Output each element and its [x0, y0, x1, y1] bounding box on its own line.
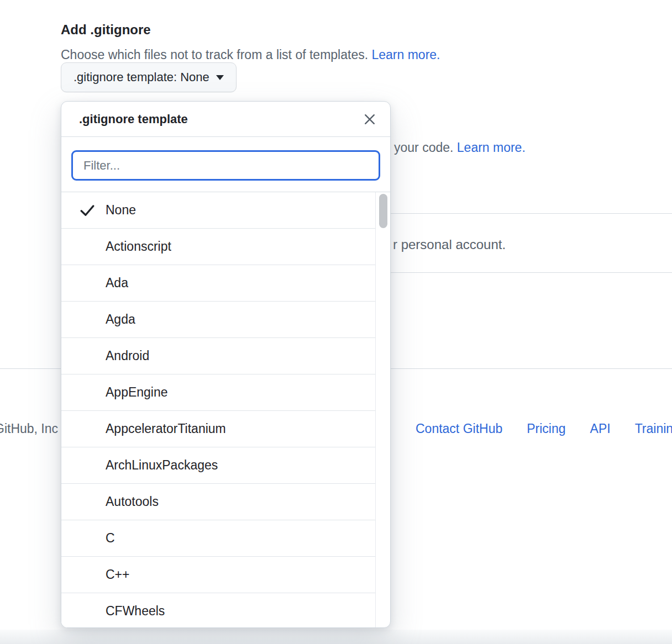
footer-link-api[interactable]: API: [590, 421, 611, 437]
template-option-appceleratortitanium[interactable]: AppceleratorTitanium: [61, 411, 375, 447]
footer-copyright: GitHub, Inc: [0, 421, 58, 437]
template-option-label: Ada: [106, 276, 128, 291]
account-text-fragment: r personal account.: [393, 236, 506, 253]
license-fragment-text: your code.: [394, 140, 457, 155]
template-option-c[interactable]: C: [61, 520, 375, 557]
check-icon: [80, 204, 95, 217]
template-option-label: Actionscript: [106, 239, 171, 254]
template-option-agda[interactable]: Agda: [61, 302, 375, 338]
learn-more-link[interactable]: Learn more.: [371, 47, 440, 62]
x-icon: [363, 112, 377, 126]
template-option-label: ArchLinuxPackages: [106, 458, 218, 473]
template-option-label: CFWheels: [106, 604, 165, 619]
template-option-label: AppceleratorTitanium: [106, 421, 226, 436]
template-option-label: None: [106, 203, 136, 218]
footer-link-pricing[interactable]: Pricing: [527, 421, 565, 437]
template-option-android[interactable]: Android: [61, 338, 375, 374]
gitignore-template-button-label: .gitignore template: None: [74, 70, 209, 85]
caret-down-icon: [216, 75, 224, 80]
template-option-label: C: [106, 531, 115, 546]
template-option-autotools[interactable]: Autotools: [61, 484, 375, 520]
scrollbar-thumb[interactable]: [379, 194, 387, 228]
footer-link-training[interactable]: Training: [635, 421, 672, 437]
template-option-label: AppEngine: [106, 385, 168, 400]
template-option-label: Agda: [106, 312, 135, 327]
dialog-title: .gitignore template: [79, 112, 188, 126]
template-option-label: Autotools: [106, 494, 159, 509]
filter-input[interactable]: [71, 150, 380, 181]
template-option-ada[interactable]: Ada: [61, 265, 375, 302]
close-button[interactable]: [360, 110, 379, 129]
gitignore-template-button[interactable]: .gitignore template: None: [61, 62, 237, 92]
footer-links: Contact GitHubPricingAPITraining: [416, 421, 672, 437]
template-option-label: C++: [106, 567, 129, 582]
template-option-archlinuxpackages[interactable]: ArchLinuxPackages: [61, 447, 375, 484]
list-gutter-divider: [375, 192, 376, 627]
section-description-text: Choose which files not to track from a l…: [61, 47, 371, 62]
filter-section: [61, 137, 390, 192]
template-option-cfwheels[interactable]: CFWheels: [61, 593, 375, 627]
template-option-actionscript[interactable]: Actionscript: [61, 229, 375, 265]
section-description: Choose which files not to track from a l…: [61, 47, 440, 63]
template-option-label: Android: [106, 349, 149, 363]
license-learn-more-link[interactable]: Learn more.: [457, 140, 526, 155]
template-option-appengine[interactable]: AppEngine: [61, 374, 375, 411]
template-option-c-[interactable]: C++: [61, 557, 375, 593]
gitignore-template-dialog: .gitignore template NoneActionscriptAdaA…: [61, 101, 391, 628]
page-title: Add .gitignore: [61, 21, 151, 39]
template-option-none[interactable]: None: [61, 192, 375, 229]
license-text-fragment: your code. Learn more.: [394, 140, 526, 156]
footer-link-contact-github[interactable]: Contact GitHub: [416, 421, 502, 437]
dialog-header: .gitignore template: [61, 102, 390, 137]
page-bottom-strip: [0, 630, 672, 644]
template-list: NoneActionscriptAdaAgdaAndroidAppEngineA…: [61, 192, 390, 627]
